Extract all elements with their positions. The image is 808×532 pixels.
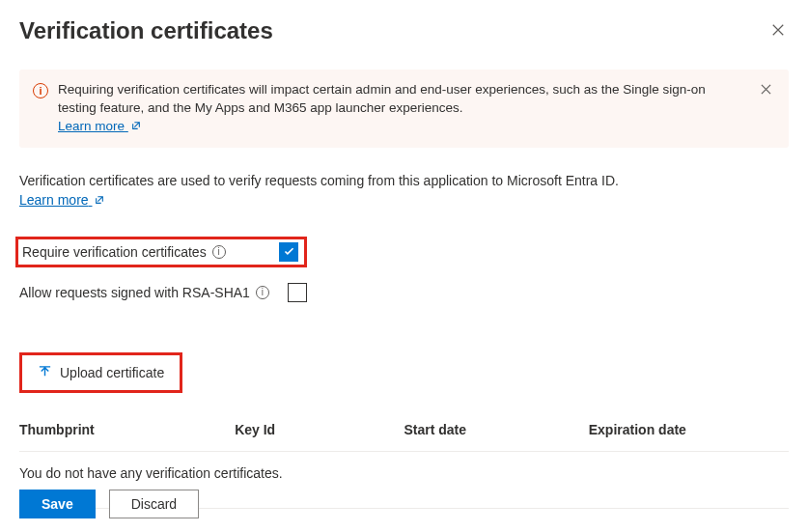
require-cert-checkbox[interactable] <box>279 242 298 262</box>
upload-certificate-button[interactable]: Upload certificate <box>24 357 178 388</box>
col-thumbprint: Thumbprint <box>19 416 235 452</box>
page-title: Verification certificates <box>19 17 273 44</box>
warning-close-icon[interactable] <box>757 81 775 99</box>
allow-rsa-sha1-label: Allow requests signed with RSA-SHA1 <box>19 285 250 300</box>
col-start-date: Start date <box>404 416 588 452</box>
upload-certificate-label: Upload certificate <box>60 365 164 380</box>
col-key-id: Key Id <box>235 416 404 452</box>
warning-text: Requiring verification certificates will… <box>58 82 706 115</box>
warning-learn-more-link[interactable]: Learn more <box>58 119 141 133</box>
info-icon[interactable]: i <box>212 245 226 259</box>
description-learn-more-link[interactable]: Learn more <box>19 192 104 208</box>
warning-banner: i Requiring verification certificates wi… <box>19 70 789 148</box>
info-icon[interactable]: i <box>256 286 269 299</box>
save-button[interactable]: Save <box>19 490 96 518</box>
upload-icon <box>38 365 52 379</box>
require-cert-label: Require verification certificates <box>22 244 207 260</box>
table-empty-text: You do not have any verification certifi… <box>19 451 789 494</box>
discard-button[interactable]: Discard <box>109 490 199 518</box>
close-icon[interactable] <box>767 17 789 45</box>
allow-rsa-sha1-checkbox[interactable] <box>288 283 307 302</box>
description-text: Verification certificates are used to ve… <box>19 173 789 188</box>
certificates-table: Thumbprint Key Id Start date Expiration … <box>19 416 789 494</box>
info-icon: i <box>33 83 48 98</box>
col-expiration-date: Expiration date <box>589 416 789 452</box>
